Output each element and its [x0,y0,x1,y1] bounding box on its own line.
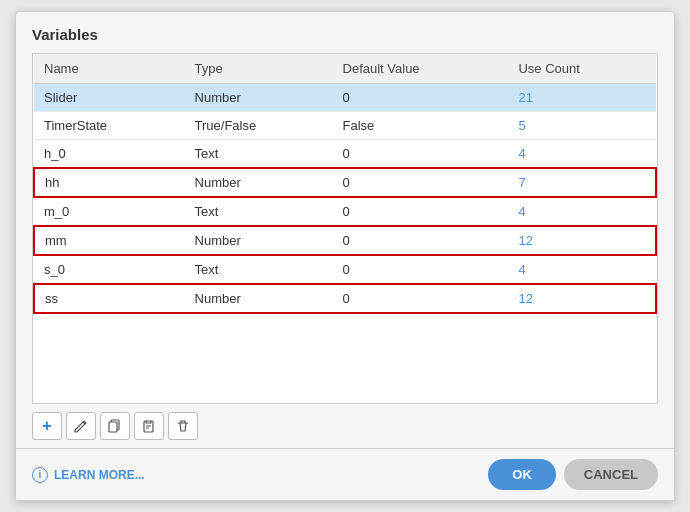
cell-usecount[interactable]: 12 [508,226,656,255]
table-row[interactable]: m_0Text04 [34,197,656,226]
edit-button[interactable] [66,412,96,440]
delete-button[interactable] [168,412,198,440]
cell-default: 0 [333,255,509,284]
use-count-link[interactable]: 4 [518,262,525,277]
cell-default: 0 [333,84,509,112]
use-count-link[interactable]: 4 [518,204,525,219]
cell-type: Number [185,84,333,112]
cell-type: Number [185,168,333,197]
svg-rect-1 [109,422,117,432]
cell-usecount[interactable]: 5 [508,112,656,140]
table-header-row: Name Type Default Value Use Count [34,54,656,84]
dialog-title: Variables [16,12,674,53]
learn-more-label: LEARN MORE... [54,468,145,482]
cell-name: Slider [34,84,185,112]
cell-name: hh [34,168,185,197]
table-row[interactable]: SliderNumber021 [34,84,656,112]
cell-type: Text [185,255,333,284]
table-row[interactable]: s_0Text04 [34,255,656,284]
use-count-link[interactable]: 5 [518,118,525,133]
cell-name: ss [34,284,185,313]
col-header-usecount: Use Count [508,54,656,84]
table-row[interactable]: mmNumber012 [34,226,656,255]
cell-usecount[interactable]: 21 [508,84,656,112]
cell-name: mm [34,226,185,255]
col-header-default: Default Value [333,54,509,84]
cell-usecount[interactable]: 4 [508,197,656,226]
cell-default: 0 [333,197,509,226]
cell-default: 0 [333,226,509,255]
use-count-link[interactable]: 12 [518,233,532,248]
cancel-button[interactable]: CANCEL [564,459,658,490]
use-count-link[interactable]: 12 [518,291,532,306]
cell-name: TimerState [34,112,185,140]
cell-name: m_0 [34,197,185,226]
col-header-name: Name [34,54,185,84]
cell-type: Number [185,284,333,313]
cell-default: 0 [333,140,509,169]
col-header-type: Type [185,54,333,84]
cell-name: h_0 [34,140,185,169]
use-count-link[interactable]: 21 [518,90,532,105]
use-count-link[interactable]: 7 [518,175,525,190]
copy-button[interactable] [100,412,130,440]
cell-type: True/False [185,112,333,140]
table-row[interactable]: h_0Text04 [34,140,656,169]
footer: i LEARN MORE... OK CANCEL [16,448,674,500]
toolbar: + [16,404,674,448]
info-icon: i [32,467,48,483]
variables-dialog: Variables Name Type Default Value Use Co… [15,11,675,501]
footer-buttons: OK CANCEL [488,459,658,490]
cell-usecount[interactable]: 4 [508,140,656,169]
cell-type: Text [185,197,333,226]
use-count-link[interactable]: 4 [518,146,525,161]
add-button[interactable]: + [32,412,62,440]
variables-table-container: Name Type Default Value Use Count Slider… [32,53,658,404]
paste-button[interactable] [134,412,164,440]
cell-type: Number [185,226,333,255]
cell-name: s_0 [34,255,185,284]
cell-default: False [333,112,509,140]
table-row[interactable]: hhNumber07 [34,168,656,197]
learn-more-link[interactable]: i LEARN MORE... [32,467,145,483]
cell-default: 0 [333,168,509,197]
table-row[interactable]: TimerStateTrue/FalseFalse5 [34,112,656,140]
cell-usecount[interactable]: 12 [508,284,656,313]
cell-type: Text [185,140,333,169]
cell-default: 0 [333,284,509,313]
variables-table: Name Type Default Value Use Count Slider… [33,54,657,314]
cell-usecount[interactable]: 4 [508,255,656,284]
ok-button[interactable]: OK [488,459,556,490]
cell-usecount[interactable]: 7 [508,168,656,197]
table-row[interactable]: ssNumber012 [34,284,656,313]
